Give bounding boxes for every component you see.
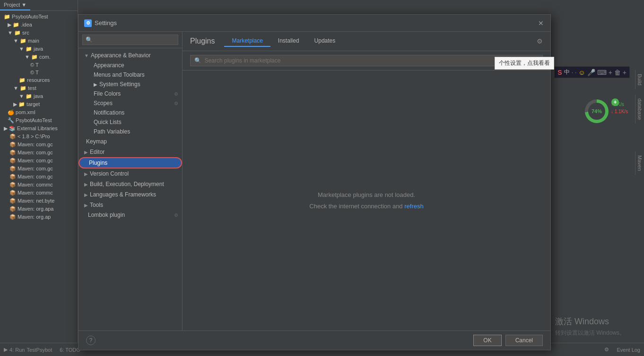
page-title: Plugins bbox=[190, 37, 215, 45]
nav-item-notifications[interactable]: Notifications bbox=[78, 108, 182, 117]
tree-item[interactable]: 📦 Maven: com.gc bbox=[0, 141, 78, 149]
tree-item[interactable]: 📦 Maven: com.gc bbox=[0, 173, 78, 181]
tree-item[interactable]: 📦 Maven: commc bbox=[0, 189, 78, 197]
nav-item-appearance[interactable]: Appearance bbox=[78, 61, 182, 70]
tree-item[interactable]: 📦 < 1.8 > C:\Pro bbox=[0, 133, 78, 141]
tab-updates[interactable]: Updates bbox=[307, 36, 343, 47]
tree-item[interactable]: ▼ 📁 main bbox=[0, 37, 78, 45]
tree-item[interactable]: 📦 Maven: org.ap bbox=[0, 213, 78, 221]
dialog-footer: ? OK Cancel bbox=[78, 330, 550, 350]
section-label: Tools bbox=[90, 202, 103, 208]
nav-section-keymap[interactable]: Keymap bbox=[78, 136, 182, 147]
tree-item[interactable]: 📦 Maven: org.apa bbox=[0, 205, 78, 213]
dialog-title: ⚙ Settings bbox=[84, 19, 117, 27]
dialog-title-text: Settings bbox=[95, 19, 117, 27]
nav-item-path-variables[interactable]: Path Variables bbox=[78, 127, 182, 136]
tab-marketplace[interactable]: Marketplace bbox=[224, 36, 270, 47]
settings-sidebar: ▼ Appearance & Behavior Appearance Menus… bbox=[78, 32, 183, 330]
nav-item-system-settings[interactable]: ▶ System Settings bbox=[78, 80, 182, 89]
tree-item[interactable]: 📦 Maven: com.gc bbox=[0, 165, 78, 173]
tree-item[interactable]: © T bbox=[0, 61, 78, 69]
tree-item[interactable]: ▼ 📁 src bbox=[0, 29, 78, 37]
event-log-label: Event Log bbox=[617, 347, 640, 353]
help-button[interactable]: ? bbox=[86, 336, 96, 345]
nav-item-lombok[interactable]: Lombok plugin⚙ bbox=[78, 210, 182, 220]
nav-section-editor[interactable]: ▶ Editor bbox=[78, 147, 182, 157]
section-label: Keymap bbox=[86, 138, 107, 145]
nav-item-file-colors[interactable]: File Colors⚙ bbox=[78, 89, 182, 98]
ide-tabs: Project ▼ bbox=[0, 0, 78, 11]
nav-section-version-control[interactable]: ▶ Version Control bbox=[78, 169, 182, 179]
nav-item-plugins[interactable]: Plugins bbox=[78, 157, 182, 169]
tree-item[interactable]: ▼ 📁 test bbox=[0, 84, 78, 92]
expand-arrow: ▶ bbox=[84, 150, 88, 155]
event-log-item[interactable]: Event Log bbox=[617, 347, 640, 353]
nav-section-tools[interactable]: ▶ Tools bbox=[78, 200, 182, 210]
database-vertical-label[interactable]: database bbox=[635, 95, 644, 124]
settings-icon: ⚙ bbox=[84, 19, 92, 27]
plugins-settings-gear[interactable]: ⚙ bbox=[537, 37, 543, 45]
settings-bottom-icon[interactable]: ⚙ bbox=[604, 347, 609, 353]
section-label: Appearance & Behavior bbox=[91, 52, 151, 59]
tabs-bar: Marketplace Installed Updates ⚙ bbox=[224, 36, 543, 47]
network-widget: 74% ↑ 2K/s ↓ 1.1K/s + bbox=[585, 99, 632, 123]
settings-icon: ⚙ bbox=[604, 347, 609, 353]
tooltip-text: 个性设置，点我看看 bbox=[499, 60, 550, 66]
tree-item[interactable]: ▶ 📁 .idea bbox=[0, 21, 78, 29]
empty-state-prefix: Check the internet connection and bbox=[309, 203, 404, 210]
dialog-body: ▼ Appearance & Behavior Appearance Menus… bbox=[78, 32, 550, 330]
cancel-button[interactable]: Cancel bbox=[505, 335, 543, 346]
nav-item-scopes[interactable]: Scopes⚙ bbox=[78, 98, 182, 108]
nav-tree: ▼ Appearance & Behavior Appearance Menus… bbox=[78, 48, 182, 330]
tree-item[interactable]: ▼ 📁 java bbox=[0, 45, 78, 53]
run-item-label: TestPsybot bbox=[26, 347, 52, 353]
tooltip-box: 个性设置，点我看看 bbox=[495, 57, 554, 70]
tree-item[interactable]: ▼ 📁 com. bbox=[0, 53, 78, 61]
todo-label: 6: TODO bbox=[60, 347, 80, 353]
nav-section-languages[interactable]: ▶ Languages & Frameworks bbox=[78, 189, 182, 200]
build-vertical-label[interactable]: Build bbox=[635, 70, 644, 89]
ok-button[interactable]: OK bbox=[473, 335, 501, 346]
expand-arrow: ▶ bbox=[84, 203, 88, 208]
refresh-link[interactable]: refresh bbox=[404, 203, 423, 210]
ide-left-panel: Project ▼ 📁 PsybotAutoTest ▶ 📁 .idea ▼ 📁… bbox=[0, 0, 78, 356]
sidebar-search-input[interactable] bbox=[82, 35, 178, 45]
tree-item[interactable]: 📦 Maven: com.gc bbox=[0, 157, 78, 165]
tree-item[interactable]: 📦 Maven: commc bbox=[0, 181, 78, 189]
expand-arrow: ▶ bbox=[84, 182, 88, 187]
project-tree: 📁 PsybotAutoTest ▶ 📁 .idea ▼ 📁 src ▼ 📁 m… bbox=[0, 11, 78, 221]
empty-state-line2: Check the internet connection and refres… bbox=[309, 201, 423, 212]
nav-section-appearance-behavior[interactable]: ▼ Appearance & Behavior bbox=[78, 50, 182, 61]
nav-item-menus-toolbars[interactable]: Menus and Toolbars bbox=[78, 70, 182, 80]
tree-item[interactable]: 📦 Maven: net.byte bbox=[0, 197, 78, 205]
tree-item[interactable]: ▶ 📚 External Libraries bbox=[0, 125, 78, 133]
settings-content: Plugins Marketplace Installed Updates ⚙ … bbox=[183, 32, 550, 330]
nav-item-quick-lists[interactable]: Quick Lists bbox=[78, 117, 182, 127]
sidebar-search-bar bbox=[78, 32, 182, 48]
tree-item[interactable]: ▶ 📁 target bbox=[0, 100, 78, 108]
section-label: Version Control bbox=[90, 170, 129, 177]
nav-section-build-execution[interactable]: ▶ Build, Execution, Deployment bbox=[78, 179, 182, 189]
section-label: Build, Execution, Deployment bbox=[90, 181, 164, 187]
search-plugins-input[interactable] bbox=[190, 55, 543, 66]
close-button[interactable]: ✕ bbox=[537, 19, 545, 27]
tree-item[interactable]: 🍊 pom.xml bbox=[0, 108, 78, 116]
settings-dialog: ⚙ Settings ✕ ▼ Appearance & Behavior App… bbox=[78, 14, 551, 350]
project-tab[interactable]: Project ▼ bbox=[0, 0, 30, 10]
tree-item[interactable]: © T bbox=[0, 69, 78, 76]
tree-item[interactable]: 📁 PsybotAutoTest bbox=[0, 13, 78, 21]
tree-item[interactable]: 📦 Maven: com.gc bbox=[0, 149, 78, 157]
run-bar-item[interactable]: ▶ 4: Run TestPsybot bbox=[4, 347, 52, 353]
ime-toolbar: S 中 · · ☺ 🎤 ⌨ + 🗑 + bbox=[554, 66, 630, 78]
tree-item[interactable]: 🔧 PsybotAutoTest bbox=[0, 116, 78, 125]
section-label: Editor bbox=[90, 149, 104, 155]
tab-installed[interactable]: Installed bbox=[270, 36, 307, 47]
maven-vertical-label[interactable]: Maven bbox=[635, 151, 644, 175]
content-header: Plugins Marketplace Installed Updates ⚙ bbox=[183, 32, 550, 51]
plugins-empty-state: Marketplace plugins are not loaded. Chec… bbox=[183, 71, 550, 330]
todo-bar-item[interactable]: 6: TODO bbox=[60, 347, 80, 353]
expand-arrow: ▶ bbox=[84, 171, 88, 177]
tree-item[interactable]: ▼ 📁 java bbox=[0, 92, 78, 100]
section-label: Languages & Frameworks bbox=[90, 191, 156, 198]
tree-item[interactable]: 📁 resources bbox=[0, 76, 78, 84]
